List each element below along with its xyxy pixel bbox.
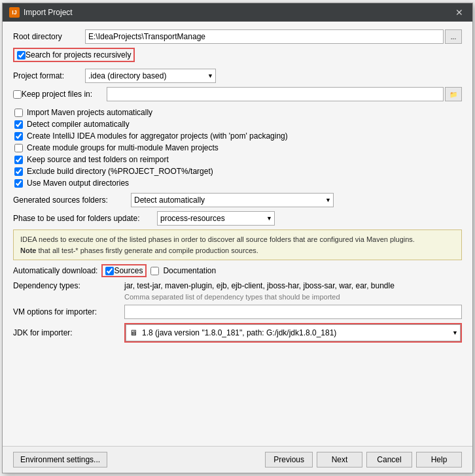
sources-checkbox[interactable]: [105, 267, 114, 275]
help-button[interactable]: Help: [416, 452, 462, 468]
environment-settings-button[interactable]: Environment settings...: [13, 452, 107, 468]
import-maven-checkbox[interactable]: [14, 109, 23, 117]
dialog-title: Import Project: [24, 8, 73, 17]
app-icon: IJ: [9, 7, 20, 18]
browse-button[interactable]: ...: [445, 29, 462, 44]
vm-options-row: VM options for importer:: [13, 305, 462, 319]
generated-sources-label: Generated sources folders:: [13, 196, 131, 205]
root-directory-label: Root directory: [13, 32, 85, 41]
keep-source-folders-row: Keep source and test folders on reimport: [13, 155, 462, 164]
phase-label: Phase to be used for folders update:: [13, 214, 157, 223]
phase-select[interactable]: process-resources: [157, 211, 275, 226]
import-maven-row: Import Maven projects automatically: [13, 108, 462, 117]
title-bar-left: IJ Import Project: [9, 7, 73, 18]
vm-options-input[interactable]: [124, 305, 462, 319]
info-text: IDEA needs to execute one of the listed …: [20, 235, 415, 243]
sources-label: Sources: [114, 266, 143, 275]
keep-project-files-checkbox[interactable]: [13, 90, 22, 99]
sources-highlight: Sources: [101, 264, 147, 277]
search-recursively-checkbox[interactable]: [17, 51, 26, 60]
auto-download-label: Automatically download:: [13, 266, 97, 275]
close-button[interactable]: ✕: [453, 7, 466, 18]
keep-source-folders-checkbox[interactable]: [14, 156, 23, 164]
info-note-text: that all test-* phases firstly generate …: [36, 246, 258, 254]
keep-project-files-browse[interactable]: 📁: [445, 87, 462, 101]
dependency-types-label: Dependency types:: [13, 281, 124, 290]
dialog-content: Root directory ... Search for projects r…: [3, 22, 472, 446]
dependency-types-value: jar, test-jar, maven-plugin, ejb, ejb-cl…: [124, 281, 462, 290]
footer-buttons: Previous Next Cancel Help: [265, 452, 462, 468]
jdk-importer-label: JDK for importer:: [13, 328, 124, 337]
project-format-select-wrapper: .idea (directory based) ▼: [85, 69, 216, 83]
search-recursively-highlight: Search for projects recursively: [13, 48, 135, 62]
info-box: IDEA needs to execute one of the listed …: [13, 230, 462, 260]
jdk-importer-row: JDK for importer: 1.8 (java version "1.8…: [13, 323, 462, 343]
title-bar: IJ Import Project ✕: [3, 3, 472, 22]
keep-project-files-row: Keep project files in: 📁: [13, 87, 462, 101]
create-intellij-checkbox[interactable]: [14, 132, 23, 141]
documentation-label: Documentation: [163, 266, 216, 275]
vm-options-label: VM options for importer:: [13, 307, 124, 316]
jdk-folder-icon: 🖥: [130, 328, 137, 337]
use-maven-output-checkbox[interactable]: [14, 179, 23, 188]
cancel-button[interactable]: Cancel: [366, 452, 412, 468]
dependency-types-hint: Comma separated list of dependency types…: [124, 293, 462, 301]
detect-compiler-label: Detect compiler automatically: [27, 120, 130, 129]
exclude-build-checkbox[interactable]: [14, 167, 23, 176]
import-maven-label: Import Maven projects automatically: [27, 108, 152, 117]
jdk-select[interactable]: 1.8 (java version "1.8.0_181", path: G:/…: [126, 324, 461, 341]
previous-button[interactable]: Previous: [265, 452, 313, 468]
project-format-row: Project format: .idea (directory based) …: [13, 69, 462, 83]
create-module-groups-row: Create module groups for multi-module Ma…: [13, 143, 462, 152]
dependency-types-row: Dependency types: jar, test-jar, maven-p…: [13, 281, 462, 290]
create-module-groups-label: Create module groups for multi-module Ma…: [27, 143, 219, 152]
phase-row: Phase to be used for folders update: pro…: [13, 211, 462, 226]
detect-compiler-row: Detect compiler automatically: [13, 120, 462, 129]
keep-project-files-label: Keep project files in:: [22, 90, 107, 99]
info-note: Note: [20, 246, 36, 254]
create-module-groups-checkbox[interactable]: [14, 144, 23, 152]
jdk-select-wrapper: 1.8 (java version "1.8.0_181", path: G:/…: [126, 324, 461, 341]
generated-sources-row: Generated sources folders: Detect automa…: [13, 193, 462, 207]
root-directory-row: Root directory ...: [13, 29, 462, 44]
auto-download-row: Automatically download: Sources Document…: [13, 264, 462, 277]
next-button[interactable]: Next: [317, 452, 362, 468]
generated-sources-select[interactable]: Detect automatically: [131, 193, 334, 207]
documentation-checkbox[interactable]: [150, 267, 159, 275]
keep-project-files-input[interactable]: [107, 87, 444, 101]
import-project-dialog: IJ Import Project ✕ Root directory ... S…: [2, 3, 473, 473]
phase-select-wrapper: process-resources ▼: [157, 211, 275, 226]
dialog-footer: Environment settings... Previous Next Ca…: [3, 446, 472, 473]
project-format-select[interactable]: .idea (directory based): [85, 69, 216, 83]
project-format-label: Project format:: [13, 71, 85, 80]
create-intellij-row: Create IntelliJ IDEA modules for aggrega…: [13, 131, 462, 141]
root-directory-input[interactable]: [85, 29, 444, 44]
jdk-highlight: 1.8 (java version "1.8.0_181", path: G:/…: [124, 323, 462, 343]
exclude-build-label: Exclude build directory (%PROJECT_ROOT%/…: [27, 167, 213, 176]
use-maven-output-label: Use Maven output directories: [27, 178, 129, 188]
detect-compiler-checkbox[interactable]: [14, 120, 23, 129]
generated-sources-select-wrapper: Detect automatically ▼: [131, 193, 334, 207]
search-recursively-label: Search for projects recursively: [26, 50, 131, 60]
keep-source-folders-label: Keep source and test folders on reimport: [27, 155, 169, 164]
create-intellij-label: Create IntelliJ IDEA modules for aggrega…: [27, 131, 288, 141]
use-maven-output-row: Use Maven output directories: [13, 178, 462, 188]
exclude-build-row: Exclude build directory (%PROJECT_ROOT%/…: [13, 167, 462, 176]
